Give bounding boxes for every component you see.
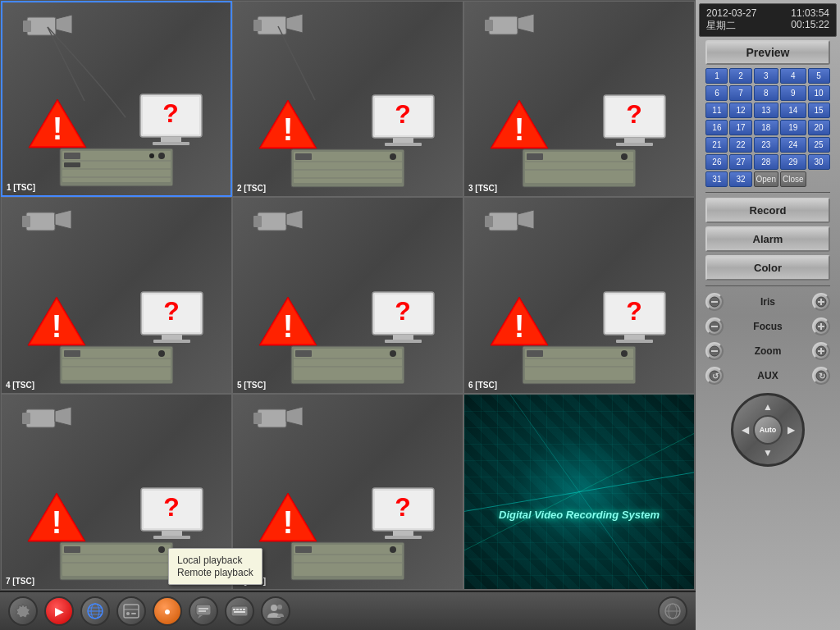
ch-btn-8[interactable]: 8	[754, 85, 778, 101]
browser-button[interactable]	[80, 596, 110, 626]
remote-playback-option[interactable]: Remote playback	[177, 567, 253, 578]
dpad-auto-button[interactable]: Auto	[753, 415, 783, 445]
warning-triangle-5: !	[258, 294, 319, 348]
local-playback-option[interactable]: Local playback	[177, 555, 253, 566]
browser-icon	[86, 602, 104, 620]
camera-icon-7	[18, 403, 71, 431]
ch-btn-6[interactable]: 6	[705, 85, 728, 101]
ch-btn-16[interactable]: 16	[705, 120, 728, 135]
ch-btn-26[interactable]: 26	[705, 154, 728, 170]
svg-text:!: !	[283, 505, 294, 540]
ch-btn-10[interactable]: 10	[808, 85, 830, 101]
aux-right-button[interactable]: ↻	[812, 367, 830, 385]
iris-plus-button[interactable]	[812, 293, 830, 311]
dpad-right-button[interactable]: ▶	[783, 422, 799, 438]
ch-btn-9[interactable]: 9	[780, 85, 806, 101]
svg-rect-123	[258, 409, 286, 427]
ch-btn-22[interactable]: 22	[729, 137, 751, 153]
iris-minus-button[interactable]	[705, 293, 724, 311]
network-button[interactable]	[658, 596, 687, 626]
ch-btn-7[interactable]: 7	[729, 85, 751, 101]
directional-pad: ▲ ▼ ◀ ▶ Auto	[731, 393, 805, 467]
ch-btn-28[interactable]: 28	[754, 154, 778, 170]
svg-rect-154	[196, 605, 211, 615]
svg-point-19	[149, 153, 154, 158]
svg-rect-132	[385, 536, 422, 539]
ch-btn-15[interactable]: 15	[808, 103, 830, 118]
play-button[interactable]: ▶	[44, 596, 74, 626]
ch-btn-29[interactable]: 29	[780, 154, 806, 170]
video-cell-8[interactable]: ! ? 8 [TSC]	[232, 394, 463, 590]
zoom-minus-button[interactable]	[705, 342, 724, 360]
svg-text:?: ?	[395, 492, 411, 522]
dpad-up-button[interactable]: ▲	[760, 399, 776, 415]
ch-btn-13[interactable]: 13	[754, 103, 778, 118]
focus-minus-button[interactable]	[705, 317, 724, 336]
ch-btn-30[interactable]: 30	[808, 154, 830, 170]
cell-4-label: 4 [TSC]	[6, 381, 34, 390]
ch-btn-19[interactable]: 19	[780, 120, 806, 135]
ch-btn-27[interactable]: 27	[729, 154, 751, 170]
monitor-icon-7: ?	[137, 486, 207, 548]
record-stop-button[interactable]: ●	[153, 596, 182, 626]
settings-button[interactable]	[8, 596, 38, 626]
warning-triangle-7: !	[26, 491, 88, 544]
ch-btn-18[interactable]: 18	[754, 120, 778, 135]
ch-btn-1[interactable]: 1	[705, 68, 728, 84]
ch-btn-2[interactable]: 2	[729, 68, 751, 84]
ch-btn-14[interactable]: 14	[780, 103, 806, 118]
dpad-left-button[interactable]: ◀	[737, 422, 753, 438]
svg-rect-17	[64, 162, 80, 167]
preview-button[interactable]: Preview	[705, 40, 829, 65]
iris-label: Iris	[760, 296, 775, 308]
ch-btn-17[interactable]: 17	[729, 120, 751, 135]
network-icon	[664, 602, 682, 620]
aux-left-button[interactable]: ↺	[705, 367, 724, 385]
svg-marker-21	[286, 14, 303, 33]
ch-btn-24[interactable]: 24	[780, 137, 806, 153]
svg-point-165	[277, 605, 282, 609]
keyboard-button[interactable]	[225, 596, 254, 626]
ch-btn-open[interactable]: Open	[754, 171, 778, 187]
video-cell-dvr[interactable]: Digital Video Recording System	[463, 394, 695, 590]
ch-btn-4[interactable]: 4	[780, 68, 806, 84]
cell-2-label: 2 [TSC]	[237, 184, 266, 193]
ch-btn-12[interactable]: 12	[729, 103, 751, 118]
color-button[interactable]: Color	[705, 255, 829, 281]
dvr-settings-button[interactable]	[116, 596, 146, 626]
record-button[interactable]: Record	[705, 198, 829, 223]
ch-btn-11[interactable]: 11	[705, 103, 728, 118]
ch-btn-5[interactable]: 5	[808, 68, 830, 84]
date-display: 2012-03-27	[706, 7, 756, 19]
svg-rect-57	[22, 216, 30, 227]
video-cell-5[interactable]: ! ? 5 [TSC]	[232, 197, 463, 393]
video-cell-3[interactable]: ! ? 3 [TSC]	[463, 1, 695, 197]
playback-tooltip: Local playback Remote playback	[168, 548, 262, 585]
ch-btn-21[interactable]: 21	[705, 137, 728, 153]
svg-point-71	[158, 350, 165, 357]
ch-btn-32[interactable]: 32	[729, 171, 751, 187]
camera-icon-3	[481, 10, 534, 39]
cell-7-label: 7 [TSC]	[6, 577, 34, 586]
chat-button[interactable]	[189, 596, 218, 626]
ch-btn-31[interactable]: 31	[705, 171, 728, 187]
video-cell-4[interactable]: ! ? 4 [TSC]	[1, 197, 232, 393]
ch-btn-3[interactable]: 3	[754, 68, 778, 84]
ch-btn-23[interactable]: 23	[754, 137, 778, 153]
warning-triangle-3: !	[489, 98, 550, 151]
ch-btn-20[interactable]: 20	[808, 120, 830, 135]
svg-rect-97	[624, 335, 645, 340]
zoom-plus-button[interactable]	[812, 342, 830, 360]
video-cell-1[interactable]: ! ?	[1, 1, 232, 197]
alarm-button[interactable]: Alarm	[705, 226, 829, 252]
video-cell-6[interactable]: ! ? 6 [TSC]	[463, 197, 695, 393]
dpad-down-button[interactable]: ▼	[760, 445, 776, 461]
svg-rect-180	[711, 350, 718, 352]
video-cell-2[interactable]: ! ? 2 [TSC]	[232, 1, 463, 197]
focus-plus-button[interactable]	[812, 317, 830, 336]
users-button[interactable]	[261, 596, 290, 626]
svg-rect-22	[253, 20, 262, 31]
ch-btn-25[interactable]: 25	[808, 137, 830, 153]
svg-rect-89	[489, 212, 518, 231]
ch-btn-close[interactable]: Close	[780, 171, 806, 187]
